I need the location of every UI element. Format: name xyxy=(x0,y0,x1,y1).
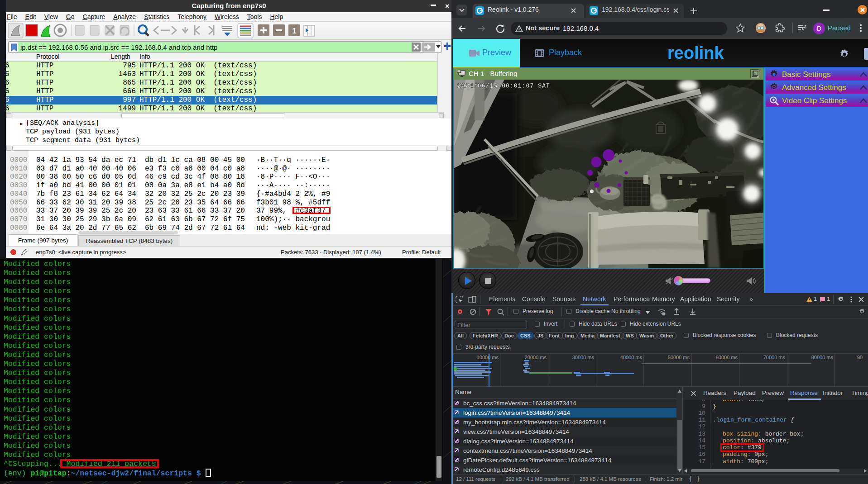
svg-text:1: 1 xyxy=(292,27,296,35)
svg-text:2024/06/15 00:01:07 SAT: 2024/06/15 00:01:07 SAT xyxy=(457,82,550,90)
svg-text:F: F xyxy=(755,72,757,76)
